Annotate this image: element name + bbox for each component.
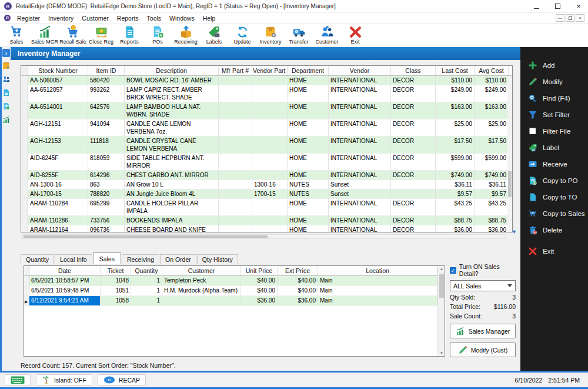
customers-mini-icon[interactable] [2,75,10,83]
expand-chevron-button[interactable]: › [2,49,10,57]
toolbar-labels-button[interactable]: Labels [200,24,228,46]
mdi-close-icon[interactable]: × [576,14,584,22]
column-header-ext-price[interactable]: Ext Price [278,266,318,275]
table-row[interactable]: AA-5060057 580420 BOWL MOSAIC RD. 16' AM… [21,76,512,85]
menu-item[interactable]: Windows [165,14,199,23]
exit-button[interactable]: Exit [520,245,588,257]
menu-item[interactable]: Register [13,14,44,23]
cell-item-id: 614296 [88,171,125,179]
column-header-department[interactable]: Department [288,66,329,75]
scroll-down-icon[interactable]: ▼ [439,351,444,355]
document-mini-icon[interactable] [2,89,10,97]
recap-button[interactable]: RECAP [98,374,146,386]
table-row[interactable]: AID-6245F 818059 SIDE TABLE HEPBURN ANT.… [21,154,512,171]
close-icon[interactable]: × [575,4,582,9]
table-row[interactable]: AID-6255F 614296 CHEST GARBO ANT. MIRROR… [21,171,512,180]
toolbar-receiving-button[interactable]: Receiving [172,24,200,46]
toolbar-sales-mgr-button[interactable]: Sales MGR [31,24,59,46]
table-row[interactable]: AN-1300-16 863 AN Grow 10 L 1300-16 NUTE… [21,180,512,189]
detail-tab[interactable]: On Order [160,254,196,264]
column-header-quantity[interactable]: Quantity [131,266,162,275]
mdi-restore-icon[interactable] [566,14,574,22]
column-header-class[interactable]: Class [391,66,436,75]
detail-tab[interactable]: Local Info [55,254,92,264]
menu-item[interactable]: Customer [78,14,113,23]
inventory-horizontal-scrollbar[interactable] [22,234,506,239]
toolbar-recall-sale-button[interactable]: Recall Sale [59,24,87,46]
toolbar-customer-button[interactable]: Customer [313,24,341,46]
cell-ext-price: $40.00 [278,286,318,295]
toolbar-pos-button[interactable]: POs [143,24,172,46]
label-button[interactable]: Label [520,141,588,154]
column-header-description[interactable]: Description [125,66,219,75]
column-header-ticket[interactable]: Ticket [101,266,131,275]
mdi-minimize-icon[interactable]: — [556,14,564,22]
column-header-vendor[interactable]: Vendor [329,66,391,75]
set-filter-button[interactable]: Set Filter [520,108,588,121]
toolbar-sales-button[interactable]: Sales [2,24,31,46]
detail-tab[interactable]: Sales [93,252,121,264]
toolbar-transfer-button[interactable]: Transfer [285,24,313,46]
column-header-location[interactable]: Location [318,266,437,275]
column-header-item-id[interactable]: Item ID [88,66,125,75]
table-row[interactable]: ARAM-110286 733756 BOOKENDS IMPALA HOME … [21,216,512,225]
maximize-icon[interactable] [554,2,561,11]
inventory-vertical-scrollbar[interactable] [507,77,512,232]
toolbar-exit-button[interactable]: Exit [341,24,369,46]
copy-to-to-button[interactable]: Copy to TO [520,191,588,203]
receive-button[interactable]: Receive [520,158,588,170]
menu-item[interactable]: Inventory [44,14,78,23]
menu-item[interactable]: Help [199,14,220,23]
scroll-more-rows-icon[interactable]: ▼ [512,229,517,235]
po-mini-icon[interactable] [2,102,10,110]
modify-button[interactable]: Modify [520,75,588,88]
column-header-last-cost[interactable]: Last Cost [436,66,475,75]
table-row[interactable]: AGH-12151 941094 CANDLE CANE LEMON VERBE… [21,119,512,137]
detail-tab[interactable]: Receiving [122,254,159,264]
sales-filter-dropdown[interactable]: ALL Sales [450,280,516,291]
column-header-vendor-part[interactable]: Vendor Part # [252,66,288,75]
table-row[interactable]: ARAM-110284 695299 CANDLE HOLDER PILLAR … [21,199,512,216]
chart-mini-icon[interactable] [2,116,10,124]
column-header-unit-price[interactable]: Unit Price [241,266,278,275]
minimize-icon[interactable] [533,2,540,11]
detail-tab[interactable]: Quantity [21,254,54,264]
table-row[interactable]: ARAM-112164 096736 CHEESE BOARD AND KNIF… [21,225,512,232]
column-header-customer[interactable]: Customer [162,266,241,275]
sales-manager-button[interactable]: Sales Manager [450,324,516,338]
island-toggle-button[interactable]: Island: OFF [36,374,92,386]
sales-detail-checkbox[interactable]: ✓ [450,267,456,274]
filter-file-button[interactable]: Filter File [520,125,588,137]
scroll-up-icon[interactable]: ▲ [439,267,444,271]
find-button[interactable]: Find (F4) [520,92,588,104]
column-header-avg-cost[interactable]: Avg Cost [475,66,509,75]
delete-button[interactable]: Delete [520,224,588,236]
add-button[interactable]: Add [520,59,588,71]
stat-row: Qty Sold: 3 [450,294,516,301]
modify-cust-button[interactable]: Modify (Cust) [450,343,516,357]
keyboard-button[interactable] [5,374,31,386]
sales-row[interactable]: ▶ 6/12/2021 9:54:21 AM 1058 1 $36.00 $36… [24,296,445,306]
menu-item[interactable]: Tools [143,14,166,23]
table-row[interactable]: AA-6514001 642576 LAMP BAMBOO HULA NAT. … [21,102,512,119]
table-row[interactable]: AN-1700-15 788820 AN Jungle Juice Bloom … [21,189,512,199]
column-header-stock-number[interactable]: Stock Number [28,66,88,75]
sales-vertical-scrollbar[interactable]: ▲ ▼ [437,266,445,356]
table-row[interactable]: AGH-12153 111818 CANDLE CRYSTAL CANE LEM… [21,137,512,154]
sales-row[interactable]: 6/5/2021 10:59:48 PM 1051 1 H.M. Murdock… [24,286,445,296]
column-header-date[interactable]: Date [29,266,101,275]
toolbar-close-reg-button[interactable]: Close Reg [87,24,115,46]
copy-to-po-button[interactable]: Copy to PO [520,174,588,187]
copy-to-sales-button[interactable]: Copy to Sales [520,207,588,220]
toolbar-label: Reports [120,39,139,45]
column-header-mfr-part[interactable]: Mfr Part # [219,66,252,75]
sales-row[interactable]: 6/5/2021 10:58:57 PM 1048 1 Templeton Pe… [24,276,445,286]
toolbar-reports-button[interactable]: Reports [115,24,143,46]
cell-last-cost: $25.00 [436,119,475,136]
table-row[interactable]: AA-6512057 993262 LAMP CAPIZ RECT. AMBER… [21,85,512,102]
menu-item[interactable]: Reports [113,14,143,23]
detail-tab[interactable]: Qty History [197,254,238,264]
toolbar-update-button[interactable]: Update [228,24,256,46]
inventory-mini-icon[interactable] [2,62,10,69]
toolbar-inventory-button[interactable]: Inventory [256,24,285,46]
